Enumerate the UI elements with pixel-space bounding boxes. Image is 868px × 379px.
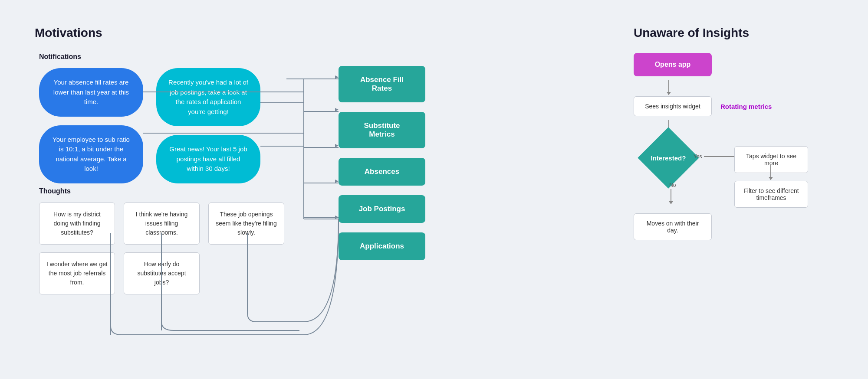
- thoughts-label: Thoughts: [39, 187, 71, 195]
- svg-marker-12: [335, 108, 339, 111]
- notifications-label: Notifications: [39, 53, 81, 61]
- notification-bubble-3: Recently you've had a lot of job posting…: [156, 68, 260, 126]
- svg-marker-14: [335, 180, 339, 183]
- opens-app-box: Opens app: [634, 53, 712, 76]
- outcome-applications[interactable]: Applications: [339, 232, 425, 260]
- moves-on-box: Moves on with their day.: [634, 213, 712, 240]
- interested-diamond: Interested?: [647, 136, 690, 180]
- outcome-absences[interactable]: Absences: [339, 158, 425, 186]
- thought-box-1: How is my district doing with finding su…: [39, 203, 115, 245]
- right-flowchart: Opens app Sees insights widget Rotating …: [634, 53, 816, 304]
- thought-box-3: These job openings seem like they're fil…: [208, 203, 284, 245]
- right-title: Unaware of Insights: [634, 26, 833, 40]
- notification-bubble-2: Your employee to sub ratio is 10:1, a bi…: [39, 125, 143, 183]
- svg-marker-11: [335, 75, 339, 79]
- arrow-1: [668, 80, 669, 95]
- sees-widget-row: Sees insights widget Rotating metrics: [634, 96, 772, 116]
- thought-box-4: I wonder where we get the most job refer…: [39, 252, 115, 294]
- thought-box-2: I think we're having issues filling clas…: [124, 203, 200, 245]
- filter-box: Filter to see different timeframes: [734, 181, 808, 208]
- outcome-substitute-metrics[interactable]: Substitute Metrics: [339, 112, 425, 148]
- outcome-absence-fill-rates[interactable]: Absence Fill Rates: [339, 66, 425, 102]
- arrow-taps: [770, 165, 771, 180]
- outcome-job-postings[interactable]: Job Postings: [339, 195, 425, 223]
- no-arrow: No: [666, 182, 676, 204]
- rotating-metrics-label: Rotating metrics: [720, 103, 772, 110]
- thought-box-5: How early do substitutes accept jobs?: [124, 252, 200, 294]
- svg-marker-13: [335, 144, 339, 147]
- notification-bubble-4: Great news! Your last 5 job postings hav…: [156, 135, 260, 183]
- yes-arrow: Yes: [694, 154, 739, 160]
- left-title: Motivations: [35, 26, 608, 40]
- svg-marker-15: [335, 216, 339, 219]
- notification-bubble-1: Your absence fill rates are lower than l…: [39, 68, 143, 117]
- taps-widget-box: Taps widget to see more: [734, 146, 808, 173]
